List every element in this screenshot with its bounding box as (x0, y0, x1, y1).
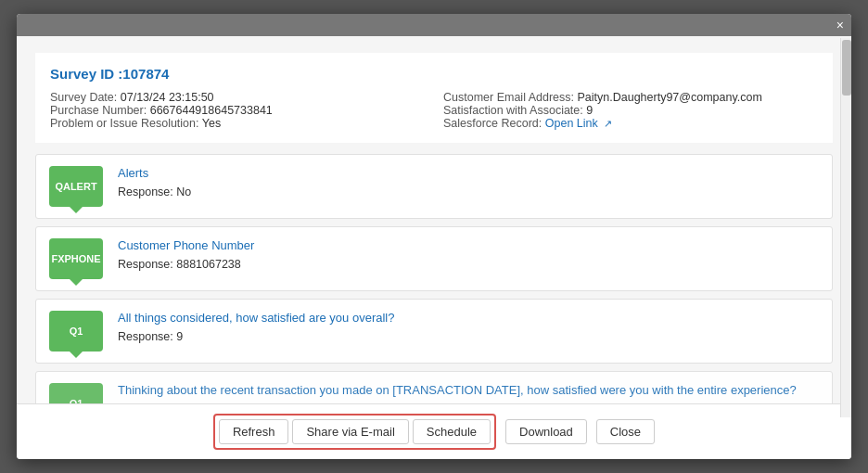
card-fxphone-title: Customer Phone Number (118, 238, 819, 252)
card-q1-response: Response: 9 (118, 330, 819, 343)
email-value: Paityn.Daugherty97@company.com (578, 91, 762, 104)
badge-qalert: QALERT (49, 166, 103, 207)
salesforce-link[interactable]: Open Link (545, 117, 598, 130)
salesforce-label: Salesforce Record: (443, 117, 542, 130)
survey-header: Survey ID :107874 Survey Date: 07/13/24 … (35, 53, 833, 143)
card-partial-content: Thinking about the recent transaction yo… (118, 383, 819, 403)
cards-container: QALERT Alerts Response: No FXPHONE Custo… (35, 154, 833, 403)
card-fxphone-content: Customer Phone Number Response: 88810672… (118, 238, 819, 271)
salesforce-row: Salesforce Record: Open Link ↗ (443, 117, 818, 130)
card-fxphone: FXPHONE Customer Phone Number Response: … (35, 226, 833, 291)
card-qalert: QALERT Alerts Response: No (35, 154, 833, 219)
badge-partial: Q1 (49, 383, 103, 403)
share-button[interactable]: Share via E-mail (292, 419, 408, 444)
purchase-value: 6667644918645733841 (150, 104, 273, 117)
survey-date-row: Survey Date: 07/13/24 23:15:50 (50, 91, 425, 104)
close-x-icon[interactable]: × (836, 19, 844, 32)
email-label: Customer Email Address: (443, 91, 574, 104)
card-qalert-response: Response: No (118, 185, 819, 198)
problem-value: Yes (202, 117, 221, 130)
refresh-button[interactable]: Refresh (219, 419, 289, 444)
card-q1-title: All things considered, how satisfied are… (118, 311, 819, 325)
modal-footer: Refresh Share via E-mail Schedule Downlo… (17, 403, 851, 459)
footer-btn-group: Refresh Share via E-mail Schedule (213, 414, 496, 450)
modal-body: Survey ID :107874 Survey Date: 07/13/24 … (17, 36, 851, 403)
satisfaction-label: Satisfaction with Associate: (443, 104, 583, 117)
card-partial-title: Thinking about the recent transaction yo… (118, 383, 819, 397)
card-fxphone-response: Response: 8881067238 (118, 258, 819, 271)
scrollbar[interactable] (840, 38, 851, 417)
modal-titlebar: × (17, 14, 851, 36)
card-qalert-title: Alerts (118, 166, 819, 180)
survey-meta: Survey Date: 07/13/24 23:15:50 Purchase … (50, 91, 818, 130)
external-link-icon: ↗ (604, 118, 612, 129)
problem-row: Problem or Issue Resolution: Yes (50, 117, 425, 130)
purchase-row: Purchase Number: 6667644918645733841 (50, 104, 425, 117)
badge-q1: Q1 (49, 311, 103, 352)
close-button[interactable]: Close (596, 419, 655, 444)
modal: × Survey ID :107874 Survey Date: 07/13/2… (17, 14, 851, 459)
survey-date-label: Survey Date: (50, 91, 117, 104)
card-q1-content: All things considered, how satisfied are… (118, 311, 819, 343)
schedule-button[interactable]: Schedule (413, 419, 491, 444)
email-row: Customer Email Address: Paityn.Daugherty… (443, 91, 818, 104)
survey-id: Survey ID :107874 (50, 66, 818, 82)
badge-fxphone: FXPHONE (49, 238, 103, 279)
problem-label: Problem or Issue Resolution: (50, 117, 199, 130)
satisfaction-row: Satisfaction with Associate: 9 (443, 104, 818, 117)
card-q1: Q1 All things considered, how satisfied … (35, 299, 833, 364)
card-qalert-content: Alerts Response: No (118, 166, 819, 198)
satisfaction-value: 9 (586, 104, 593, 117)
survey-date-value: 07/13/24 23:15:50 (121, 91, 214, 104)
card-partial: Q1 Thinking about the recent transaction… (35, 371, 833, 403)
purchase-label: Purchase Number: (50, 104, 147, 117)
download-button[interactable]: Download (505, 419, 587, 444)
scrollbar-thumb[interactable] (842, 40, 851, 96)
